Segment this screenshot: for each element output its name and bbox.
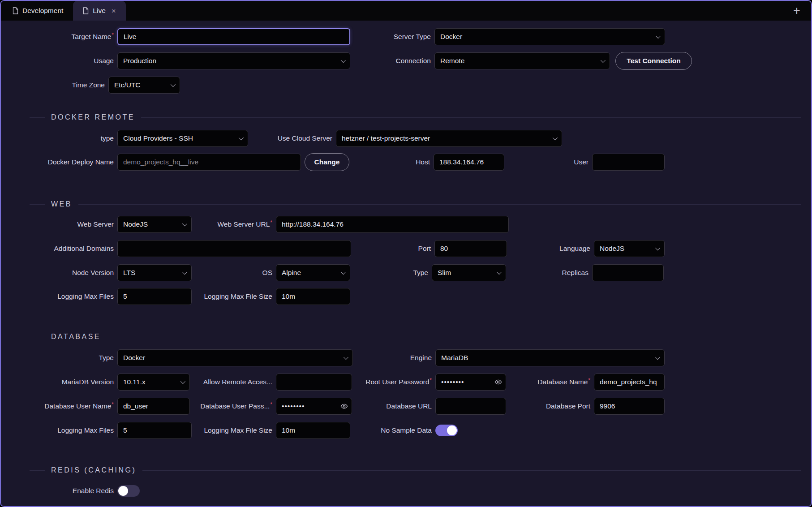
docker-deploy-name-input[interactable] [117, 154, 301, 171]
allow-remote-access-label: Allow Remote Acces... [185, 378, 272, 386]
divider [30, 470, 45, 471]
section-web: WEB [30, 199, 801, 210]
chevron-down-icon [601, 58, 606, 63]
remote-type-select[interactable]: Cloud Providers - SSH [117, 130, 248, 147]
field-database-name: Database Name* [502, 373, 665, 391]
close-tab-icon[interactable]: × [112, 7, 116, 15]
web-server-url-label: Web Server URL* [170, 220, 272, 228]
connection-label: Connection [339, 57, 431, 65]
field-port: Port [381, 240, 507, 258]
field-additional-domains: Additional Domains [19, 240, 351, 258]
language-select[interactable]: NodeJS [594, 240, 665, 257]
app-window: Development Live × + Target Name* Server… [0, 0, 812, 507]
tab-bar: Development Live × + [1, 1, 811, 21]
image-type-select[interactable]: Slim [432, 264, 506, 281]
database-name-label: Database Name* [502, 378, 590, 386]
chevron-down-icon [655, 355, 660, 360]
database-user-name-label: Database User Name* [19, 402, 114, 410]
new-tab-button[interactable]: + [790, 4, 804, 18]
field-database-url: Database URL [349, 397, 506, 415]
divider [107, 337, 801, 337]
divider [78, 204, 801, 205]
field-host: Host [385, 153, 504, 171]
mariadb-version-label: MariaDB Version [19, 378, 114, 386]
field-web-server: Web Server NodeJS [19, 215, 192, 233]
user-label: User [528, 158, 589, 166]
field-use-cloud-server: Use Cloud Server hetzner / test-projects… [250, 129, 562, 147]
web-logging-max-file-size-input[interactable] [276, 288, 350, 305]
database-url-input[interactable] [435, 398, 506, 415]
os-label: OS [224, 269, 272, 277]
target-name-input[interactable] [117, 28, 350, 45]
test-connection-button[interactable]: Test Connection [615, 52, 692, 70]
mariadb-version-select[interactable]: 10.11.x [117, 374, 190, 391]
use-cloud-server-select[interactable]: hetzner / test-projects-server [336, 130, 562, 147]
field-db-type: Type Docker [19, 349, 353, 367]
chevron-down-icon [553, 135, 558, 140]
allow-remote-access-input[interactable] [276, 374, 352, 391]
database-port-input[interactable] [594, 398, 665, 415]
database-user-pass-label: Database User Pass...* [185, 402, 272, 410]
language-label: Language [502, 245, 590, 253]
usage-label: Usage [19, 57, 114, 65]
no-sample-data-label: No Sample Data [349, 426, 432, 434]
field-server-type: Server Type Docker [339, 28, 665, 46]
port-label: Port [381, 245, 431, 253]
logging-max-files-label: Logging Max Files [19, 292, 114, 301]
database-name-input[interactable] [594, 374, 665, 391]
show-password-icon[interactable] [494, 378, 502, 386]
section-database: DATABASE [30, 331, 801, 342]
toggle-knob [118, 486, 128, 496]
divider [30, 337, 45, 337]
no-sample-data-toggle[interactable] [435, 425, 458, 436]
toggle-knob [447, 425, 457, 435]
divider [30, 204, 45, 205]
user-input[interactable] [592, 154, 665, 171]
additional-domains-input[interactable] [117, 240, 351, 257]
db-logging-max-file-size-input[interactable] [276, 422, 350, 439]
tab-label: Development [22, 7, 63, 15]
host-input[interactable] [434, 154, 504, 171]
show-password-icon[interactable] [340, 402, 348, 410]
os-select[interactable]: Alpine [276, 264, 350, 281]
field-enable-redis: Enable Redis [19, 482, 140, 500]
field-no-sample-data: No Sample Data [349, 421, 458, 439]
field-web-server-url: Web Server URL* [170, 215, 509, 233]
enable-redis-label: Enable Redis [19, 487, 114, 495]
replicas-input[interactable] [592, 264, 664, 281]
db-engine-select[interactable]: MariaDB [435, 349, 665, 366]
usage-select[interactable]: Production [117, 52, 350, 69]
node-version-select[interactable]: LTS [117, 264, 192, 281]
logging-max-file-size-label: Logging Max File Size [161, 292, 272, 301]
chevron-down-icon [239, 135, 244, 140]
field-root-user-password: Root User Password* [349, 373, 506, 391]
tab-live[interactable]: Live × [73, 1, 125, 21]
document-icon [83, 7, 89, 14]
db-type-label: Type [19, 354, 114, 362]
time-zone-select[interactable]: Etc/UTC [108, 77, 180, 94]
enable-redis-toggle[interactable] [117, 485, 140, 497]
node-version-label: Node Version [19, 269, 114, 277]
field-web-logging-max-file-size: Logging Max File Size [161, 288, 350, 305]
host-label: Host [385, 158, 430, 166]
web-server-url-input[interactable] [276, 216, 509, 233]
field-db-logging-max-file-size: Logging Max File Size [161, 421, 350, 439]
time-zone-label: Time Zone [19, 81, 105, 89]
section-title: DOCKER REMOTE [51, 113, 135, 121]
tab-development[interactable]: Development [3, 1, 73, 21]
server-type-select[interactable]: Docker [434, 28, 665, 45]
database-user-name-input[interactable] [117, 398, 190, 415]
server-type-label: Server Type [339, 33, 431, 41]
change-button[interactable]: Change [305, 153, 349, 171]
remote-type-label: type [19, 134, 114, 142]
db-type-select[interactable]: Docker [117, 349, 353, 366]
field-db-engine: Engine MariaDB [339, 349, 665, 367]
connection-select[interactable]: Remote [434, 52, 610, 69]
port-input[interactable] [434, 240, 507, 257]
field-connection: Connection Remote [339, 52, 610, 70]
divider [142, 470, 801, 471]
use-cloud-server-label: Use Cloud Server [250, 134, 332, 142]
target-name-label: Target Name* [19, 33, 114, 41]
chevron-down-icon [655, 245, 660, 250]
web-server-label: Web Server [19, 220, 114, 228]
